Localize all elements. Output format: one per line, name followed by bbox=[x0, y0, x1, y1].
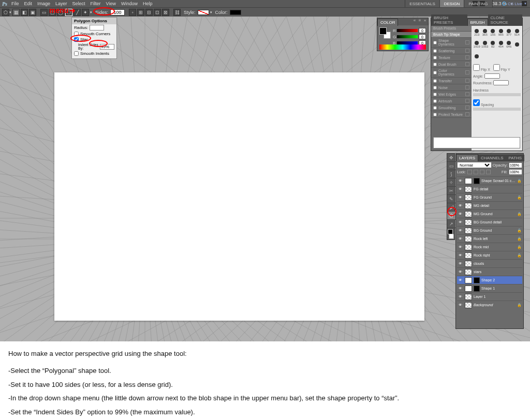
layer-name[interactable]: Shape 2 bbox=[481, 278, 516, 282]
brush-tip[interactable]: 377 bbox=[505, 27, 513, 38]
visibility-toggle[interactable]: 👁 bbox=[457, 219, 463, 226]
color-tab[interactable]: COLOR bbox=[377, 19, 398, 26]
layer-row[interactable]: 👁Rock right🔒 bbox=[457, 251, 522, 259]
hardness-slider[interactable] bbox=[473, 93, 521, 96]
workspace-painting[interactable]: PAINTING bbox=[464, 0, 492, 7]
lock-icon[interactable] bbox=[465, 40, 469, 44]
layer-row[interactable]: 👁MG detail bbox=[457, 201, 522, 209]
cs-live-button[interactable]: CS Live▼ bbox=[499, 0, 530, 7]
roundness-input[interactable] bbox=[493, 80, 509, 85]
lock-icon[interactable] bbox=[465, 70, 469, 74]
brush-tip[interactable]: 995 bbox=[497, 27, 505, 38]
layer-name[interactable]: FG Ground bbox=[474, 196, 516, 199]
fill-input[interactable] bbox=[509, 169, 522, 175]
brush-tip[interactable]: 213 bbox=[473, 27, 481, 38]
menu-select[interactable]: Select bbox=[72, 1, 85, 6]
lasso-tool-icon[interactable]: ⟆ bbox=[447, 170, 455, 178]
visibility-toggle[interactable]: 👁 bbox=[457, 277, 463, 283]
brush-tip[interactable]: 514 bbox=[513, 27, 521, 38]
lock-icon[interactable] bbox=[465, 62, 469, 66]
lock-icon[interactable] bbox=[465, 79, 469, 83]
brush-tip[interactable]: 82 bbox=[489, 39, 497, 50]
lock-pixels-icon[interactable] bbox=[474, 170, 478, 174]
panel-collapse-icon[interactable]: « bbox=[413, 19, 417, 23]
brush-tip[interactable]: 365 bbox=[481, 27, 489, 38]
visibility-toggle[interactable]: 👁 bbox=[457, 194, 463, 201]
layer-row[interactable]: 👁FG Ground🔒 bbox=[457, 193, 522, 201]
indent-input[interactable] bbox=[100, 44, 114, 50]
polygon-tool-icon[interactable]: ⬠ bbox=[2, 9, 9, 16]
wand-tool-icon[interactable]: ✧ bbox=[447, 178, 455, 187]
layer-name[interactable]: stars bbox=[474, 270, 516, 274]
lock-icon[interactable] bbox=[465, 112, 469, 116]
layer-row[interactable]: 👁BG Ground detail bbox=[457, 218, 522, 226]
layer-row[interactable]: 👁MG Ground🔒 bbox=[457, 209, 522, 218]
workspace-design[interactable]: DESIGN bbox=[439, 0, 464, 7]
visibility-toggle[interactable]: 👁 bbox=[457, 294, 463, 300]
shape-line-icon[interactable]: ╱ bbox=[73, 9, 81, 16]
visibility-toggle[interactable]: 👁 bbox=[457, 252, 463, 259]
visibility-toggle[interactable]: 👁 bbox=[457, 228, 463, 234]
menu-layer[interactable]: Layer bbox=[55, 1, 67, 6]
clone-source-tab[interactable]: CLONE SOURCE bbox=[488, 14, 522, 26]
brush-tip[interactable] bbox=[473, 51, 481, 62]
channels-tab[interactable]: CHANNELS bbox=[478, 155, 506, 161]
smooth-corners-checkbox[interactable] bbox=[74, 32, 79, 36]
pathop-exclude-icon[interactable]: ⊠ bbox=[162, 9, 169, 16]
visibility-toggle[interactable]: 👁 bbox=[457, 244, 463, 250]
brush-row-dualbrush[interactable]: Dual Brush bbox=[431, 61, 472, 68]
brush-tip[interactable]: 155 bbox=[489, 27, 497, 38]
workspace-more-icon[interactable]: » bbox=[492, 0, 499, 7]
layer-thumb[interactable] bbox=[465, 269, 472, 275]
lock-icon[interactable] bbox=[465, 49, 469, 53]
panel-close-icon[interactable]: × bbox=[423, 19, 427, 23]
layer-thumb[interactable] bbox=[465, 277, 472, 283]
layer-row[interactable]: 👁Shape 1 bbox=[457, 284, 522, 292]
brush-row-transfer[interactable]: Transfer bbox=[431, 78, 472, 84]
lock-all-icon[interactable] bbox=[486, 170, 491, 174]
flipy-checkbox[interactable] bbox=[493, 64, 500, 71]
paths-icon[interactable]: ◧ bbox=[21, 9, 28, 16]
lock-icon[interactable] bbox=[465, 85, 469, 89]
layer-name[interactable]: Shape Scrawl 01 copy bbox=[481, 179, 516, 183]
layer-style-chain-icon[interactable]: ⛓ bbox=[173, 9, 181, 16]
lock-position-icon[interactable] bbox=[480, 170, 484, 174]
layer-name[interactable]: MG Ground bbox=[474, 212, 516, 216]
layer-thumb[interactable] bbox=[465, 236, 472, 242]
angle-input[interactable] bbox=[484, 73, 500, 79]
brush-row-scattering[interactable]: Scattering bbox=[431, 48, 472, 54]
lock-icon[interactable] bbox=[465, 106, 469, 110]
brush-presets-tab[interactable]: BRUSH PRESETS bbox=[431, 14, 467, 26]
brush-tab[interactable]: BRUSH bbox=[467, 19, 488, 26]
visibility-toggle[interactable]: 👁 bbox=[457, 203, 463, 209]
brush-tip[interactable]: 454 bbox=[497, 39, 505, 50]
polygon-shape-tool-icon[interactable]: ⬠ bbox=[447, 212, 455, 220]
brush-tip[interactable] bbox=[513, 39, 521, 50]
brush-row-protect[interactable]: Protect Texture bbox=[431, 111, 472, 118]
layer-row[interactable]: 👁BG Ground🔒 bbox=[457, 226, 522, 234]
menu-view[interactable]: View bbox=[106, 1, 116, 6]
crop-tool-icon[interactable]: ✂ bbox=[447, 187, 455, 195]
layer-thumb[interactable] bbox=[465, 178, 472, 184]
layer-name[interactable]: Background bbox=[474, 303, 516, 307]
layer-thumb[interactable] bbox=[465, 211, 472, 217]
spectrum-ramp[interactable] bbox=[379, 44, 426, 50]
radius-input[interactable] bbox=[90, 25, 104, 31]
paths-tab[interactable]: PATHS bbox=[506, 155, 524, 161]
layer-thumb[interactable] bbox=[465, 286, 472, 292]
layer-name[interactable]: Rock left bbox=[474, 237, 516, 241]
shape-custom-icon[interactable]: ✦ bbox=[82, 9, 89, 16]
move-tool-icon[interactable]: ✥ bbox=[447, 154, 455, 162]
spacing-slider[interactable] bbox=[473, 108, 521, 111]
layer-thumb[interactable] bbox=[465, 203, 472, 209]
layer-row[interactable]: 👁Rock left🔒 bbox=[457, 234, 522, 243]
layer-thumb[interactable] bbox=[465, 252, 472, 259]
visibility-toggle[interactable]: 👁 bbox=[457, 186, 463, 192]
layer-row[interactable]: 👁Background🔒 bbox=[457, 301, 522, 309]
toolbox-fgbg[interactable] bbox=[447, 228, 454, 239]
layer-name[interactable]: Layer 1 bbox=[474, 295, 516, 298]
r-slider[interactable] bbox=[397, 29, 418, 32]
layer-row[interactable]: 👁Shape 2 bbox=[457, 276, 522, 284]
style-swatch[interactable] bbox=[198, 10, 209, 15]
layer-name[interactable]: clouds bbox=[474, 262, 516, 265]
